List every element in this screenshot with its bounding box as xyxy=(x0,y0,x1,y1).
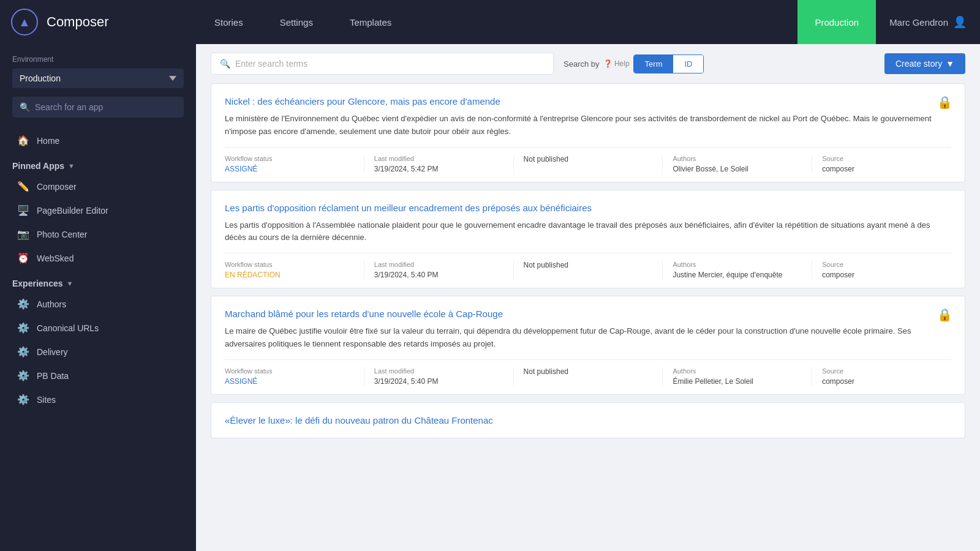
sidebar-item-delivery[interactable]: ⚙️ Delivery xyxy=(0,340,196,364)
source-value: composer xyxy=(822,377,951,386)
published-value: Not published xyxy=(524,155,653,163)
story-meta: Workflow status ASSIGNÉ Last modified 3/… xyxy=(225,147,951,173)
authors-label: Authors xyxy=(673,367,802,375)
pagebuilder-icon: 🖥️ xyxy=(17,204,29,216)
story-summary: Le ministère de l'Environnement du Québe… xyxy=(225,113,951,138)
sites-label: Sites xyxy=(37,395,56,405)
lock-icon: 🔒 xyxy=(937,95,952,110)
authors-value: Justine Mercier, équipe d'enquête xyxy=(673,271,802,279)
logo-area: ▲ Composer xyxy=(0,9,196,36)
sidebar-item-sites[interactable]: ⚙️ Sites xyxy=(0,388,196,411)
environment-select[interactable]: Production xyxy=(12,69,184,88)
user-menu-button[interactable]: Marc Gendron 👤 xyxy=(876,0,980,44)
experiences-label: Experiences xyxy=(12,279,63,288)
top-nav: ▲ Composer Stories Settings Templates Pr… xyxy=(0,0,980,44)
story-title[interactable]: Les partis d'opposition réclament un mei… xyxy=(225,201,951,214)
production-button[interactable]: Production xyxy=(797,0,876,44)
experiences-header[interactable]: Experiences ▼ xyxy=(0,270,196,292)
pagebuilder-label: PageBuilder Editor xyxy=(37,206,108,216)
sidebar-item-canonical[interactable]: ⚙️ Canonical URLs xyxy=(0,316,196,340)
search-by-group: Search by ❓ Help Term ID xyxy=(564,54,704,73)
modified-value: 3/19/2024, 5:40 PM xyxy=(374,377,503,386)
meta-authors: Authors Olivier Bossé, Le Soleil xyxy=(673,155,812,173)
story-title[interactable]: Marchand blâmé pour les retards d'une no… xyxy=(225,307,951,320)
composer-icon: ✏️ xyxy=(17,181,29,192)
app-title: Composer xyxy=(47,14,108,30)
workflow-label: Workflow status xyxy=(225,261,354,268)
nav-templates[interactable]: Templates xyxy=(331,0,410,44)
modified-value: 3/19/2024, 5:42 PM xyxy=(374,165,503,173)
search-box[interactable]: 🔍 xyxy=(211,53,554,75)
story-summary: Le maire de Québec justifie vouloir être… xyxy=(225,325,951,351)
sidebar-item-home[interactable]: 🏠 Home xyxy=(0,129,196,152)
authors-value: Émilie Pelletier, Le Soleil xyxy=(673,377,802,386)
logo-symbol: ▲ xyxy=(18,15,31,29)
main-layout: Environment Production 🔍 🏠 Home Pinned A… xyxy=(0,44,980,551)
photocenter-icon: 📷 xyxy=(17,228,29,240)
search-app-input[interactable] xyxy=(35,102,176,112)
sidebar-item-composer[interactable]: ✏️ Composer xyxy=(0,174,196,198)
search-toggle: Term ID xyxy=(633,54,704,73)
nav-right: Production Marc Gendron 👤 xyxy=(797,0,980,44)
sidebar-item-pagebuilder[interactable]: 🖥️ PageBuilder Editor xyxy=(0,198,196,222)
source-value: composer xyxy=(822,165,951,173)
home-label: Home xyxy=(37,136,59,146)
pbdata-icon: ⚙️ xyxy=(17,370,29,381)
meta-modified: Last modified 3/19/2024, 5:40 PM xyxy=(374,367,514,386)
content-area: 🔍 Search by ❓ Help Term ID Create story … xyxy=(196,44,980,551)
story-title[interactable]: Nickel : des échéanciers pour Glencore, … xyxy=(225,95,951,108)
workflow-value: EN RÉDACTION xyxy=(225,271,354,279)
meta-modified: Last modified 3/19/2024, 5:40 PM xyxy=(374,261,514,279)
environment-section: Environment Production xyxy=(0,44,196,97)
meta-source: Source composer xyxy=(822,155,951,173)
story-card: 🔒 Marchand blâmé pour les retards d'une … xyxy=(211,296,965,395)
toolbar: 🔍 Search by ❓ Help Term ID Create story … xyxy=(196,44,980,83)
sidebar-item-photocenter[interactable]: 📷 Photo Center xyxy=(0,222,196,246)
create-story-button[interactable]: Create story ▼ xyxy=(884,53,965,74)
user-avatar-icon: 👤 xyxy=(953,15,967,29)
meta-authors: Authors Émilie Pelletier, Le Soleil xyxy=(673,367,812,386)
help-icon[interactable]: ❓ Help xyxy=(603,59,630,68)
source-label: Source xyxy=(822,367,951,375)
search-app-box[interactable]: 🔍 xyxy=(12,97,184,118)
meta-source: Source composer xyxy=(822,367,951,386)
story-meta: Workflow status EN RÉDACTION Last modifi… xyxy=(225,253,951,279)
create-story-caret-icon: ▼ xyxy=(946,59,954,69)
story-card: «Élever le luxe»: le défi du nouveau pat… xyxy=(211,402,965,438)
workflow-value: ASSIGNÉ xyxy=(225,165,354,173)
sidebar: Environment Production 🔍 🏠 Home Pinned A… xyxy=(0,44,196,551)
authors-icon: ⚙️ xyxy=(17,298,29,310)
meta-workflow: Workflow status EN RÉDACTION xyxy=(225,261,364,279)
meta-published: Not published xyxy=(524,155,663,173)
authors-label: Authors xyxy=(673,261,802,268)
create-story-label: Create story xyxy=(895,59,942,69)
authors-label: Authors xyxy=(673,155,802,162)
story-list: 🔒 Nickel : des échéanciers pour Glencore… xyxy=(196,83,980,551)
search-app-icon: 🔍 xyxy=(20,102,30,112)
story-title[interactable]: «Élever le luxe»: le défi du nouveau pat… xyxy=(225,414,951,427)
nav-links: Stories Settings Templates xyxy=(196,0,797,44)
app-logo[interactable]: ▲ xyxy=(11,9,38,36)
pinned-apps-header[interactable]: Pinned Apps ▼ xyxy=(0,152,196,174)
source-label: Source xyxy=(822,261,951,268)
workflow-label: Workflow status xyxy=(225,155,354,162)
user-name: Marc Gendron xyxy=(889,17,948,28)
sidebar-item-pbdata[interactable]: ⚙️ PB Data xyxy=(0,364,196,388)
sidebar-item-authors[interactable]: ⚙️ Authors xyxy=(0,292,196,316)
search-input[interactable] xyxy=(235,59,545,69)
nav-stories[interactable]: Stories xyxy=(196,0,262,44)
meta-workflow: Workflow status ASSIGNÉ xyxy=(225,367,364,386)
modified-label: Last modified xyxy=(374,367,503,375)
published-value: Not published xyxy=(524,367,653,376)
story-summary: Les partis d'opposition à l'Assemblée na… xyxy=(225,219,951,245)
story-meta: Workflow status ASSIGNÉ Last modified 3/… xyxy=(225,359,951,386)
search-by-label: Search by xyxy=(564,59,600,69)
toggle-term-button[interactable]: Term xyxy=(634,55,674,73)
authors-label: Authors xyxy=(37,299,66,309)
toggle-id-button[interactable]: ID xyxy=(673,55,703,73)
pinned-apps-caret: ▼ xyxy=(68,162,75,170)
pbdata-label: PB Data xyxy=(37,371,69,381)
meta-workflow: Workflow status ASSIGNÉ xyxy=(225,155,364,173)
sidebar-item-websked[interactable]: ⏰ WebSked xyxy=(0,246,196,270)
nav-settings[interactable]: Settings xyxy=(262,0,331,44)
